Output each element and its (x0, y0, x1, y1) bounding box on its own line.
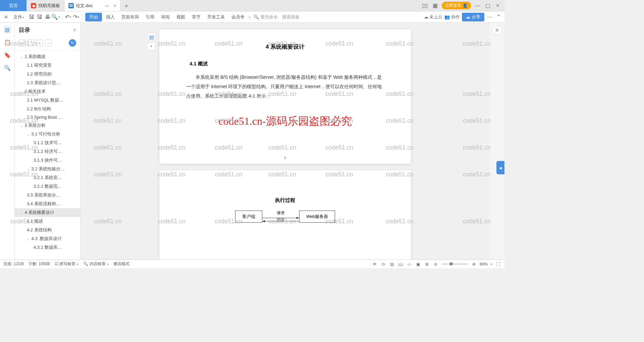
zoom-slider[interactable] (441, 264, 468, 265)
clipboard-icon[interactable]: 📋 (3, 38, 11, 46)
focus-icon[interactable]: ⊙ (380, 261, 386, 267)
file-menu[interactable]: 文件▾ (11, 13, 27, 21)
menu-icon[interactable]: ≡ (3, 14, 9, 20)
remove-heading-icon[interactable]: － (45, 40, 52, 46)
outline-node[interactable]: 1.2 研究目的 (15, 70, 80, 78)
style-pane-icon[interactable]: ≡ (492, 26, 502, 34)
outline-node[interactable]: 4.2 系统结构 (15, 226, 80, 234)
ribbon-bar: ≡ 文件▾ 🖫 🖫 🖶 🔍▾ ↶▾ ↷▾ 开始 插入 页面布局 引用 审阅 视图… (0, 11, 504, 23)
close-icon[interactable]: × (114, 3, 116, 8)
zoom-level[interactable]: 80% (480, 262, 488, 267)
view-outline-icon[interactable]: ▣ (415, 261, 421, 267)
outline-node[interactable]: ⌄ 3 系统分析 (15, 121, 80, 130)
redo-icon[interactable]: ↷▾ (73, 14, 79, 20)
preview-icon[interactable]: 🔍▾ (52, 14, 59, 20)
tab-vip[interactable]: 会员专 (229, 13, 247, 21)
tab-reference[interactable]: 引用 (143, 13, 157, 21)
fullscreen-icon[interactable]: ⛶ (495, 261, 501, 267)
outline-node[interactable]: 3.1.3 操作可… (15, 156, 80, 165)
zoom-in-icon[interactable]: ⊕ (471, 261, 477, 267)
collapse-all-icon[interactable]: ⌄ (19, 40, 25, 46)
word-count[interactable]: 字数: 10508 (29, 261, 50, 267)
save-as-icon[interactable]: 🖫 (36, 14, 43, 20)
print-icon[interactable]: 🖶 (44, 14, 51, 20)
collab-button[interactable]: 👥 协作 (444, 14, 460, 20)
page-tool2-icon[interactable]: ▪ (147, 42, 155, 50)
tab-label: 找稻壳模板 (38, 3, 60, 9)
view-read-icon[interactable]: 📖 (398, 261, 404, 267)
cloud-status[interactable]: ☁ 未上云 (424, 14, 443, 20)
tab-insert[interactable]: 插入 (103, 13, 117, 21)
diagram-box-client: 客户端 (235, 211, 262, 223)
new-tab-button[interactable]: ＋ (121, 0, 132, 11)
document-canvas[interactable]: ▤ ▪ 4 系统概要设计 4.1 概述 本系统采用 B/S 结构 (Browse… (80, 23, 490, 260)
page-tool-icon[interactable]: ▤ (147, 33, 155, 41)
docer-icon: ◆ (31, 3, 36, 8)
outline-node[interactable]: 1.3 系统设计思… (15, 78, 80, 87)
minimize-icon[interactable]: — (474, 2, 481, 9)
page-indicator[interactable]: 页面: 12/29 (3, 261, 24, 267)
spellcheck-toggle[interactable]: ☑ 拼写检查 ▾ (55, 261, 79, 267)
tab-start[interactable]: 开始 (85, 13, 102, 21)
tab-templates[interactable]: ◆ 找稻壳模板 (27, 0, 64, 11)
outline-node[interactable]: ⌄ 4.3 .数据库设计 (15, 234, 80, 243)
tab-pagelayout[interactable]: 页面布局 (119, 13, 142, 21)
word-icon: W (68, 3, 74, 8)
outline-node[interactable]: 4.1 概述 (15, 217, 80, 226)
layout-toggle-icon[interactable]: ▯▯ (422, 2, 428, 9)
view-print-icon[interactable]: ▤ (389, 261, 395, 267)
outline-node[interactable]: 3.4 系统流程和… (15, 199, 80, 208)
eye-icon[interactable]: 👁 (372, 261, 378, 267)
window-mode-icon[interactable]: ▭ (105, 3, 109, 8)
collapse-ribbon-icon[interactable]: ⋯ (486, 14, 493, 20)
outline-node[interactable]: ⌄ 3.2 系统性能分… (15, 165, 80, 173)
expand-ribbon-icon[interactable]: ⌃ (495, 14, 502, 20)
login-button[interactable]: 立即登录 👤 (442, 2, 471, 9)
outline-icon[interactable]: ▤ (3, 25, 11, 34)
command-search[interactable]: 🔍 查找命令、搜索模板 (252, 14, 302, 20)
status-bar: 页面: 12/29 字数: 10508 ☑ 拼写检查 ▾ 🔍 内容检查 ▾ 兼容… (0, 260, 504, 268)
search-panel-icon[interactable]: 🔍 (3, 64, 11, 72)
feedback-handle[interactable]: ◂ (496, 161, 504, 174)
heading-2: 4.1 概述 (190, 61, 384, 67)
more-tabs-icon[interactable]: › (249, 14, 250, 20)
tab-review[interactable]: 审阅 (158, 13, 172, 21)
zoom-out-icon[interactable]: ⊖ (433, 261, 439, 267)
outline-node[interactable]: ⌄ 3.1 可行性分析 (15, 130, 80, 138)
apps-icon[interactable]: ▦ (432, 2, 438, 9)
zoom-menu-icon[interactable]: ▾ (491, 263, 492, 266)
undo-icon[interactable]: ↶▾ (65, 14, 71, 20)
outline-node[interactable]: 3.1.2 经济可… (15, 147, 80, 156)
tab-home[interactable]: 首页 (0, 0, 27, 11)
zoom-fit-icon[interactable]: ⊞ (424, 261, 430, 267)
tab-document[interactable]: W 论文.doc ▭ × (64, 0, 121, 11)
diagram-title: 执行过程 (186, 197, 384, 204)
close-outline-icon[interactable]: × (73, 27, 76, 33)
maximize-icon[interactable]: ▢ (484, 2, 491, 9)
tab-view[interactable]: 视图 (174, 13, 188, 21)
outline-node[interactable]: 3.3 系统界面分… (15, 191, 80, 199)
outline-node[interactable]: 3.2.1 系统安… (15, 173, 80, 182)
sync-icon[interactable]: ↻ (69, 39, 76, 47)
add-heading-icon[interactable]: ＋ (36, 40, 43, 46)
tab-devtools[interactable]: 开发工具 (205, 13, 227, 21)
outline-node[interactable]: 1.1 研究背景 (15, 61, 80, 70)
bookmark-icon[interactable]: 🔖 (3, 51, 11, 59)
content-check[interactable]: 🔍 内容检查 ▾ (83, 261, 109, 267)
compat-mode[interactable]: 兼容模式 (113, 261, 129, 267)
view-web-icon[interactable]: ▭ (407, 261, 413, 267)
tab-section[interactable]: 章节 (189, 13, 203, 21)
close-window-icon[interactable]: × (494, 2, 501, 9)
outline-node[interactable]: 2.2 B/S 结构 (15, 105, 80, 113)
outline-node[interactable]: 3.1.1 技术可… (15, 138, 80, 147)
share-button[interactable]: ☁ 分享 (462, 13, 484, 21)
outline-node[interactable]: ⌄ 2 相关技术 (15, 87, 80, 96)
save-icon[interactable]: 🖫 (28, 14, 35, 20)
expand-all-icon[interactable]: ⌃ (28, 40, 34, 46)
outline-node[interactable]: 2.1 MYSQL 数据… (15, 96, 80, 105)
outline-node[interactable]: 2.3 Spring Boot … (15, 113, 80, 121)
outline-node[interactable]: ⌄ 4 系统概要设计 (15, 208, 80, 217)
outline-node[interactable]: 3.2.2 数据完… (15, 182, 80, 191)
outline-node[interactable]: ⌄ 1 系统概述 (15, 52, 80, 61)
outline-node[interactable]: 4.3.1 数据库… (15, 243, 80, 252)
